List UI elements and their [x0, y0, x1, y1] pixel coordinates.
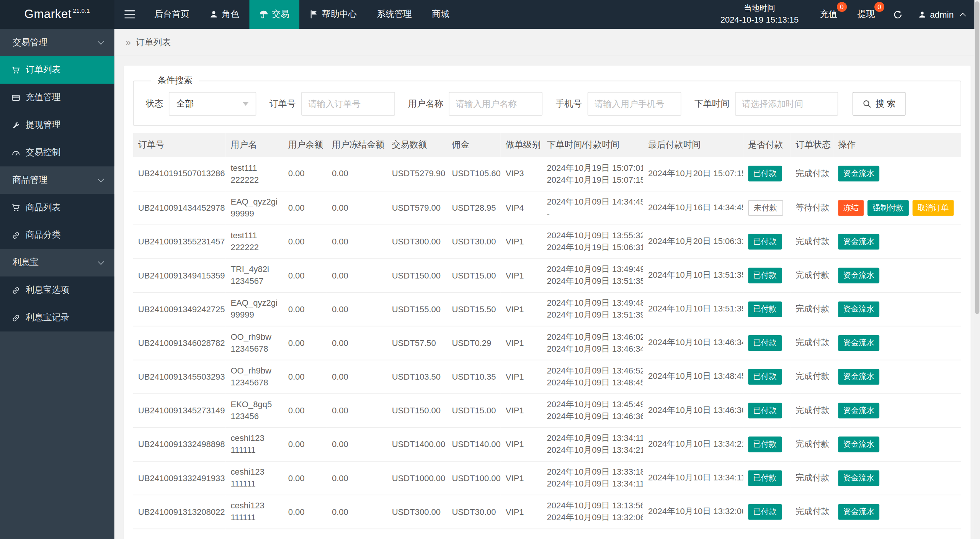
order-time-cell: 2024年10月09日 13:55:322024年10月19日 15:06:31	[542, 224, 643, 258]
nav-item-5[interactable]: 商城	[422, 0, 459, 29]
column-header: 是否付款	[743, 133, 791, 157]
order-no-cell: UB2410091434452978	[133, 191, 226, 224]
pay-status-cell: 已付款	[743, 393, 791, 427]
last-pay-time-cell: 2024年10月10日 13:32:06	[643, 495, 743, 528]
action-button[interactable]: 强制付款	[867, 200, 909, 216]
balance-cell: 0.00	[283, 224, 327, 258]
withdraw-label: 提现	[858, 9, 875, 20]
pay-status-cell: 已付款	[743, 292, 791, 326]
sidebar-item-1-1[interactable]: 商品分类	[0, 221, 114, 249]
action-button[interactable]: 资金流水	[838, 267, 879, 283]
page-scrollbar[interactable]	[974, 0, 980, 539]
refresh-button[interactable]	[885, 10, 911, 19]
balance-cell: 0.00	[283, 191, 327, 224]
sidebar-item-2-0[interactable]: 利息宝选项	[0, 277, 114, 304]
sidebar-item-label: 交易控制	[26, 147, 60, 158]
action-button[interactable]: 资金流水	[838, 436, 879, 452]
scrollbar-thumb[interactable]	[975, 1, 979, 314]
frozen-amount-cell: 0.00	[327, 191, 387, 224]
sidebar-section-0[interactable]: 交易管理	[0, 29, 114, 56]
pay-status-cell: 已付款	[743, 427, 791, 461]
flag-icon	[309, 10, 318, 19]
vip-level-cell: VIP1	[501, 427, 542, 461]
local-time-block: 当地时间 2024-10-19 15:13:15	[709, 2, 810, 27]
nav-item-3[interactable]: 帮助中心	[299, 0, 367, 29]
sidebar-item-0-3[interactable]: 交易控制	[0, 139, 114, 166]
user-name-cell: ceshi123111111	[225, 495, 283, 528]
action-button[interactable]: 取消订单	[913, 200, 954, 216]
trade-amount-cell: USDT155.00	[387, 292, 447, 326]
nav-item-0[interactable]: 后台首页	[144, 0, 199, 29]
vip-level-cell: VIP1	[501, 495, 542, 528]
hamburger-icon	[124, 10, 135, 19]
link-icon	[12, 314, 20, 322]
trade-amount-cell: USDT57.50	[387, 326, 447, 360]
sidebar-item-0-2[interactable]: 提现管理	[0, 111, 114, 139]
last-pay-time-cell: 2024年10月10日 13:48:45	[643, 360, 743, 393]
order-no-cell: UB2410091346028782	[133, 326, 226, 360]
column-header: 用户余额	[283, 133, 327, 157]
withdraw-count-badge: 0	[874, 2, 884, 12]
table-row: UB2410091332491933ceshi1231111110.000.00…	[133, 461, 961, 495]
status-select[interactable]: 全部	[169, 92, 256, 116]
nav-item-2[interactable]: 交易	[249, 0, 299, 29]
order-status-cell: 完成付款	[791, 157, 833, 191]
nav-item-1[interactable]: 角色	[199, 0, 250, 29]
action-button[interactable]: 资金流水	[838, 470, 879, 486]
sidebar-section-label: 商品管理	[13, 175, 47, 186]
link-icon	[12, 286, 20, 294]
cart-icon	[12, 203, 20, 211]
actions-cell: 资金流水	[833, 326, 961, 360]
action-button[interactable]: 资金流水	[838, 301, 879, 317]
order-no-cell: UB2410091349415359	[133, 258, 226, 292]
actions-cell: 资金流水	[833, 224, 961, 258]
user-name-cell: EAQ_qyz2gi99999	[225, 191, 283, 224]
frozen-amount-cell: 0.00	[327, 326, 387, 360]
sidebar-item-0-0[interactable]: 订单列表	[0, 56, 114, 84]
action-button[interactable]: 资金流水	[838, 335, 879, 351]
action-button[interactable]: 冻结	[838, 200, 864, 216]
order-no-cell: UB2410091349242725	[133, 292, 226, 326]
order-no-cell: UB2410091332498898	[133, 427, 226, 461]
search-button-label: 搜 索	[875, 98, 895, 109]
order-time-cell: 2024年10月19日 15:07:012024年10月19日 15:07:15	[542, 157, 643, 191]
local-time-value: 2024-10-19 15:13:15	[720, 14, 799, 26]
gauge-icon	[12, 149, 20, 157]
actions-cell: 资金流水	[833, 393, 961, 427]
withdraw-shortcut[interactable]: 提现 0	[848, 0, 885, 29]
column-header: 用户名	[225, 133, 283, 157]
action-button[interactable]: 资金流水	[838, 403, 879, 418]
action-button[interactable]: 资金流水	[838, 234, 879, 249]
user-menu[interactable]: admin	[911, 9, 973, 19]
username-input[interactable]	[449, 92, 542, 116]
actions-cell: 资金流水	[833, 258, 961, 292]
actions-cell: 冻结强制付款取消订单	[833, 191, 961, 224]
sidebar-section-1[interactable]: 商品管理	[0, 166, 114, 194]
phone-input[interactable]	[588, 92, 681, 116]
balance-cell: 0.00	[283, 427, 327, 461]
search-button[interactable]: 搜 索	[853, 92, 906, 116]
action-button[interactable]: 资金流水	[838, 166, 879, 182]
trade-amount-cell: USDT150.00	[387, 258, 447, 292]
menu-toggle-button[interactable]	[114, 0, 144, 29]
link-icon	[12, 231, 20, 239]
sidebar-item-0-1[interactable]: 充值管理	[0, 84, 114, 111]
order-no-input[interactable]	[301, 92, 395, 116]
sidebar-section-2[interactable]: 利息宝	[0, 249, 114, 277]
sidebar-item-2-1[interactable]: 利息宝记录	[0, 304, 114, 331]
table-row: UB2410191507013286test1112222220.000.00U…	[133, 157, 961, 191]
balance-cell: 0.00	[283, 495, 327, 528]
frozen-amount-cell	[327, 529, 387, 539]
action-button[interactable]: 资金流水	[838, 504, 879, 519]
actions-cell: 资金流水	[833, 427, 961, 461]
order-status-cell: 等待付款	[791, 191, 833, 224]
pay-status-badge: 已付款	[748, 166, 781, 182]
frozen-amount-cell: 0.00	[327, 360, 387, 393]
sidebar-item-1-0[interactable]: 商品列表	[0, 194, 114, 221]
recharge-shortcut[interactable]: 充值 0	[810, 0, 848, 29]
order-time-input[interactable]	[735, 92, 838, 116]
vip-level-cell: VIP4	[501, 191, 542, 224]
action-button[interactable]: 资金流水	[838, 369, 879, 384]
nav-item-4[interactable]: 系统管理	[367, 0, 422, 29]
nav-item-label: 后台首页	[154, 9, 189, 20]
